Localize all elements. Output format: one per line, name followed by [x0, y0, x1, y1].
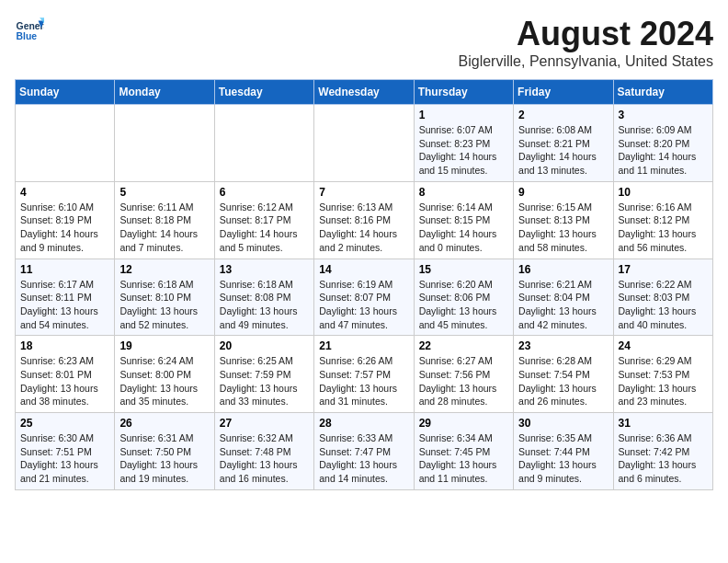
day-number: 11 — [20, 263, 109, 276]
logo: General Blue — [15, 15, 44, 44]
weekday-header: Thursday — [414, 80, 513, 105]
day-number: 14 — [319, 263, 408, 276]
calendar-cell: 15Sunrise: 6:20 AM Sunset: 8:06 PM Dayli… — [414, 259, 513, 336]
calendar-cell: 21Sunrise: 6:26 AM Sunset: 7:57 PM Dayli… — [314, 336, 414, 413]
day-info: Sunrise: 6:20 AM Sunset: 8:06 PM Dayligh… — [419, 278, 508, 332]
calendar-week-row: 25Sunrise: 6:30 AM Sunset: 7:51 PM Dayli… — [16, 413, 713, 490]
calendar-cell: 9Sunrise: 6:15 AM Sunset: 8:13 PM Daylig… — [514, 181, 613, 259]
weekday-header: Friday — [514, 80, 613, 105]
day-info: Sunrise: 6:30 AM Sunset: 7:51 PM Dayligh… — [20, 431, 109, 486]
calendar-cell: 26Sunrise: 6:31 AM Sunset: 7:50 PM Dayli… — [115, 413, 214, 490]
day-number: 31 — [619, 417, 708, 430]
calendar-cell: 2Sunrise: 6:08 AM Sunset: 8:21 PM Daylig… — [514, 105, 613, 182]
day-number: 20 — [220, 339, 309, 352]
day-number: 10 — [619, 186, 708, 199]
day-info: Sunrise: 6:12 AM Sunset: 8:17 PM Dayligh… — [220, 201, 309, 255]
calendar-cell: 24Sunrise: 6:29 AM Sunset: 7:53 PM Dayli… — [613, 336, 712, 413]
day-number: 1 — [419, 109, 508, 121]
logo-icon: General Blue — [15, 15, 44, 44]
day-number: 29 — [419, 417, 508, 430]
calendar-cell: 14Sunrise: 6:19 AM Sunset: 8:07 PM Dayli… — [314, 259, 414, 336]
calendar-cell: 27Sunrise: 6:32 AM Sunset: 7:48 PM Dayli… — [214, 413, 313, 490]
calendar-cell: 31Sunrise: 6:36 AM Sunset: 7:42 PM Dayli… — [613, 413, 712, 490]
calendar-week-row: 11Sunrise: 6:17 AM Sunset: 8:11 PM Dayli… — [16, 259, 713, 336]
day-number: 23 — [518, 339, 608, 352]
day-info: Sunrise: 6:13 AM Sunset: 8:16 PM Dayligh… — [319, 201, 408, 255]
day-info: Sunrise: 6:16 AM Sunset: 8:12 PM Dayligh… — [619, 201, 708, 255]
weekday-header: Monday — [115, 80, 214, 105]
day-info: Sunrise: 6:24 AM Sunset: 8:00 PM Dayligh… — [119, 354, 209, 408]
calendar-cell: 6Sunrise: 6:12 AM Sunset: 8:17 PM Daylig… — [214, 181, 313, 259]
day-number: 6 — [220, 186, 309, 199]
day-info: Sunrise: 6:31 AM Sunset: 7:50 PM Dayligh… — [119, 431, 209, 486]
calendar-cell: 29Sunrise: 6:34 AM Sunset: 7:45 PM Dayli… — [414, 413, 513, 490]
calendar-cell: 17Sunrise: 6:22 AM Sunset: 8:03 PM Dayli… — [613, 259, 712, 336]
svg-text:Blue: Blue — [17, 31, 38, 41]
day-info: Sunrise: 6:28 AM Sunset: 7:54 PM Dayligh… — [518, 354, 608, 408]
day-number: 19 — [119, 339, 209, 352]
day-info: Sunrise: 6:23 AM Sunset: 8:01 PM Dayligh… — [20, 354, 109, 408]
page-header: General Blue August 2024 Biglerville, Pe… — [15, 15, 713, 70]
calendar-cell: 8Sunrise: 6:14 AM Sunset: 8:15 PM Daylig… — [414, 181, 513, 259]
calendar-cell: 30Sunrise: 6:35 AM Sunset: 7:44 PM Dayli… — [514, 413, 613, 490]
day-number: 28 — [319, 417, 408, 430]
calendar-cell — [214, 105, 313, 182]
calendar-cell — [314, 105, 414, 182]
calendar-cell: 5Sunrise: 6:11 AM Sunset: 8:18 PM Daylig… — [115, 181, 214, 259]
calendar-header: SundayMondayTuesdayWednesdayThursdayFrid… — [16, 80, 713, 105]
day-info: Sunrise: 6:14 AM Sunset: 8:15 PM Dayligh… — [419, 201, 508, 255]
calendar-cell: 11Sunrise: 6:17 AM Sunset: 8:11 PM Dayli… — [16, 259, 115, 336]
day-number: 30 — [518, 417, 608, 430]
day-number: 8 — [419, 186, 508, 199]
day-info: Sunrise: 6:26 AM Sunset: 7:57 PM Dayligh… — [319, 354, 408, 408]
calendar-cell: 1Sunrise: 6:07 AM Sunset: 8:23 PM Daylig… — [414, 105, 513, 182]
weekday-header: Wednesday — [314, 80, 414, 105]
day-info: Sunrise: 6:35 AM Sunset: 7:44 PM Dayligh… — [518, 431, 608, 486]
day-number: 25 — [20, 417, 109, 430]
day-info: Sunrise: 6:07 AM Sunset: 8:23 PM Dayligh… — [419, 123, 508, 178]
calendar-cell: 3Sunrise: 6:09 AM Sunset: 8:20 PM Daylig… — [613, 105, 712, 182]
day-number: 4 — [20, 186, 109, 199]
calendar-cell — [115, 105, 214, 182]
day-info: Sunrise: 6:29 AM Sunset: 7:53 PM Dayligh… — [619, 354, 708, 408]
calendar-cell: 25Sunrise: 6:30 AM Sunset: 7:51 PM Dayli… — [16, 413, 115, 490]
day-info: Sunrise: 6:32 AM Sunset: 7:48 PM Dayligh… — [220, 431, 309, 486]
day-info: Sunrise: 6:10 AM Sunset: 8:19 PM Dayligh… — [20, 201, 109, 255]
day-number: 24 — [619, 339, 708, 352]
calendar-cell: 7Sunrise: 6:13 AM Sunset: 8:16 PM Daylig… — [314, 181, 414, 259]
day-number: 22 — [419, 339, 508, 352]
day-info: Sunrise: 6:09 AM Sunset: 8:20 PM Dayligh… — [619, 123, 708, 178]
calendar-table: SundayMondayTuesdayWednesdayThursdayFrid… — [15, 79, 713, 490]
calendar-cell: 13Sunrise: 6:18 AM Sunset: 8:08 PM Dayli… — [214, 259, 313, 336]
day-number: 18 — [20, 339, 109, 352]
day-info: Sunrise: 6:22 AM Sunset: 8:03 PM Dayligh… — [619, 278, 708, 332]
calendar-cell: 22Sunrise: 6:27 AM Sunset: 7:56 PM Dayli… — [414, 336, 513, 413]
calendar-cell: 28Sunrise: 6:33 AM Sunset: 7:47 PM Dayli… — [314, 413, 414, 490]
day-number: 17 — [619, 263, 708, 276]
day-number: 7 — [319, 186, 408, 199]
calendar-week-row: 1Sunrise: 6:07 AM Sunset: 8:23 PM Daylig… — [16, 105, 713, 182]
day-info: Sunrise: 6:21 AM Sunset: 8:04 PM Dayligh… — [518, 278, 608, 332]
day-info: Sunrise: 6:33 AM Sunset: 7:47 PM Dayligh… — [319, 431, 408, 486]
day-number: 21 — [319, 339, 408, 352]
calendar-cell: 19Sunrise: 6:24 AM Sunset: 8:00 PM Dayli… — [115, 336, 214, 413]
weekday-header: Tuesday — [214, 80, 313, 105]
day-number: 26 — [119, 417, 209, 430]
day-info: Sunrise: 6:25 AM Sunset: 7:59 PM Dayligh… — [220, 354, 309, 408]
day-info: Sunrise: 6:17 AM Sunset: 8:11 PM Dayligh… — [20, 278, 109, 332]
day-number: 16 — [518, 263, 608, 276]
calendar-week-row: 18Sunrise: 6:23 AM Sunset: 8:01 PM Dayli… — [16, 336, 713, 413]
weekday-header: Saturday — [613, 80, 712, 105]
day-info: Sunrise: 6:27 AM Sunset: 7:56 PM Dayligh… — [419, 354, 508, 408]
calendar-cell: 4Sunrise: 6:10 AM Sunset: 8:19 PM Daylig… — [16, 181, 115, 259]
day-info: Sunrise: 6:15 AM Sunset: 8:13 PM Dayligh… — [518, 201, 608, 255]
day-number: 9 — [518, 186, 608, 199]
weekday-header: Sunday — [16, 80, 115, 105]
day-number: 2 — [518, 109, 608, 121]
main-title: August 2024 — [459, 15, 713, 53]
day-number: 12 — [119, 263, 209, 276]
day-number: 27 — [220, 417, 309, 430]
day-info: Sunrise: 6:36 AM Sunset: 7:42 PM Dayligh… — [619, 431, 708, 486]
calendar-cell: 23Sunrise: 6:28 AM Sunset: 7:54 PM Dayli… — [514, 336, 613, 413]
day-info: Sunrise: 6:34 AM Sunset: 7:45 PM Dayligh… — [419, 431, 508, 486]
